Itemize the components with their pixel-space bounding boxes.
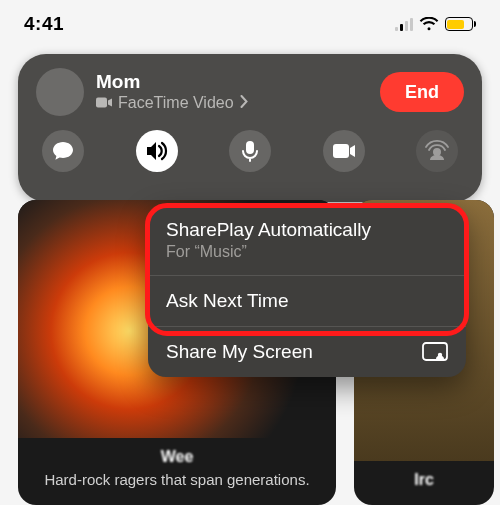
shareplay-button[interactable] (416, 130, 458, 172)
call-controls (36, 130, 464, 172)
end-label: End (405, 82, 439, 103)
caller-name: Mom (96, 72, 368, 93)
chevron-right-icon (240, 94, 249, 112)
svg-rect-2 (333, 144, 349, 158)
svg-point-3 (433, 148, 441, 156)
menu-label: SharePlay Automatically (166, 219, 371, 240)
card-title: Irc (368, 471, 480, 489)
status-indicators (395, 17, 477, 31)
call-type-label: FaceTime Video (118, 94, 234, 112)
menu-item-ask-next-time[interactable]: Ask Next Time (148, 275, 466, 326)
shareplay-menu: SharePlay Automatically For “Music” Ask … (148, 205, 466, 377)
menu-label: Ask Next Time (166, 290, 288, 312)
speaker-button[interactable] (136, 130, 178, 172)
svg-rect-0 (96, 98, 107, 108)
cell-signal-icon (395, 17, 413, 31)
svg-rect-1 (246, 141, 254, 154)
menu-sublabel: For “Music” (166, 243, 371, 261)
call-info[interactable]: Mom FaceTime Video (96, 72, 368, 113)
messages-button[interactable] (42, 130, 84, 172)
mute-button[interactable] (229, 130, 271, 172)
screen-share-icon (422, 342, 448, 362)
avatar[interactable] (36, 68, 84, 116)
end-call-button[interactable]: End (380, 72, 464, 112)
facetime-call-panel: Mom FaceTime Video End (18, 54, 482, 202)
battery-icon (445, 17, 477, 31)
card-subtitle: Hard-rock ragers that span generations. (32, 470, 322, 490)
menu-label: Share My Screen (166, 341, 313, 363)
menu-item-shareplay-auto[interactable]: SharePlay Automatically For “Music” (148, 205, 466, 275)
card-title: Wee (32, 448, 322, 466)
menu-item-share-screen[interactable]: Share My Screen (148, 326, 466, 377)
status-time: 4:41 (24, 13, 64, 35)
wifi-icon (419, 17, 439, 31)
status-bar: 4:41 (0, 0, 500, 48)
video-icon (96, 94, 112, 112)
camera-button[interactable] (323, 130, 365, 172)
call-subtitle: FaceTime Video (96, 94, 368, 112)
